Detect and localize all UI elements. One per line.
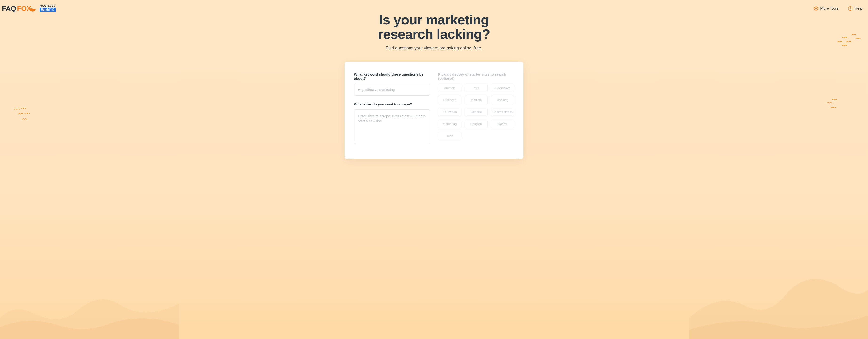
logo[interactable]: FAQ FOX POWERED BY WebFX [2, 4, 56, 12]
category-chip[interactable]: Automotive [491, 84, 514, 92]
category-label: Pick a category of starter sites to sear… [438, 72, 514, 80]
logo-text-faq: FAQ [2, 4, 16, 12]
header: FAQ FOX POWERED BY WebFX More Tools Help [0, 0, 868, 17]
keyword-input[interactable] [354, 84, 430, 95]
category-chip[interactable]: Business [438, 95, 461, 104]
sites-label: What sites do you want to scrape? [354, 102, 430, 106]
more-tools-link[interactable]: More Tools [814, 6, 839, 11]
category-chip[interactable]: Tech [438, 132, 461, 140]
decor-hill-left [0, 278, 179, 339]
category-chip[interactable]: Health/Fitness [491, 108, 514, 116]
webfx-badge-b: FX [49, 8, 54, 12]
decor-birds-left [14, 107, 35, 123]
hero-title-line2: research lacking? [378, 26, 490, 42]
gear-icon [814, 6, 818, 11]
powered-by: POWERED BY WebFX [39, 5, 56, 12]
form-card: What keyword should these questions be a… [345, 62, 523, 159]
keyword-label: What keyword should these questions be a… [354, 72, 430, 80]
logo-text: FAQ FOX [2, 4, 31, 12]
header-links: More Tools Help [814, 6, 866, 11]
category-chip[interactable]: Animals [438, 84, 461, 92]
category-chip[interactable]: Sports [491, 120, 514, 128]
webfx-badge: WebFX [39, 7, 56, 12]
more-tools-label: More Tools [820, 6, 839, 10]
help-link[interactable]: Help [848, 6, 862, 11]
form-right-column: Pick a category of starter sites to sear… [438, 72, 514, 145]
decor-birds-mid-right [826, 99, 840, 111]
category-grid: AnimalsArtsAutomotiveBusinessMedicalCook… [438, 84, 514, 140]
powered-by-label: POWERED BY [39, 5, 55, 7]
form-left-column: What keyword should these questions be a… [354, 72, 430, 145]
decor-hill-right [689, 264, 868, 339]
category-chip[interactable]: Medical [465, 95, 488, 104]
hero-title: Is your marketing research lacking? [0, 13, 868, 41]
help-icon [848, 6, 853, 11]
category-chip[interactable]: Education [438, 108, 461, 116]
svg-point-0 [815, 8, 817, 9]
category-chip[interactable]: Generic [465, 108, 488, 116]
category-chip[interactable]: Cooking [491, 95, 514, 104]
webfx-badge-a: Web [41, 8, 49, 12]
hero-subtitle: Find questions your viewers are asking o… [0, 46, 868, 51]
help-label: Help [855, 6, 862, 10]
category-chip[interactable]: Religion [465, 120, 488, 128]
category-chip[interactable]: Marketing [438, 120, 461, 128]
sites-textarea[interactable] [354, 110, 430, 144]
category-chip[interactable]: Arts [465, 84, 488, 92]
logo-text-fox: FOX [17, 4, 31, 12]
